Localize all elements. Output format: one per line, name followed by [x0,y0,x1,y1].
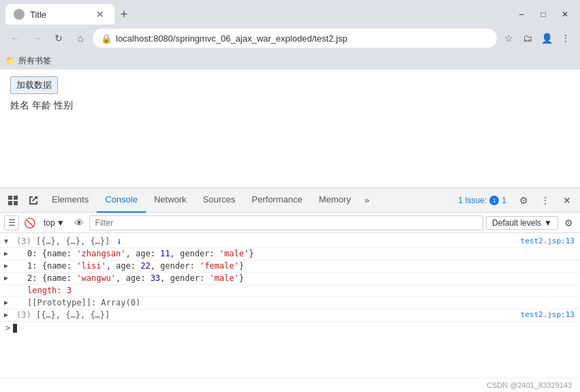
tab-bar: Title ✕ + [5,4,509,25]
console-text-2: (3) [{…}, {…}, {…}] [16,310,110,320]
tab-elements[interactable]: Elements [44,188,97,213]
expand-arrow-c0[interactable]: ▶ [4,250,8,257]
log-levels-dropdown[interactable]: Default levels ▼ [486,216,558,230]
console-text-c0: 0: {name: 'zhangsan', age: 11, gender: '… [27,249,254,258]
clear-console-button[interactable]: 🚫 [22,215,37,230]
window-controls: – □ ✕ [512,5,575,24]
live-expressions-icon[interactable]: 👁 [72,215,87,230]
levels-label: Default levels [492,218,541,228]
table-header-label: 姓名 年龄 性别 [10,100,570,112]
devtools-more-icon[interactable]: ⋮ [535,190,555,211]
console-text-c2: 2: {name: 'wangwu', age: 33, gender: 'ma… [27,273,244,283]
console-child-length: length: 3 [0,285,580,297]
console-settings-icon[interactable]: ⚙ [561,215,576,230]
address-input[interactable]: 🔒 localhost:8080/springmvc_06_ajax_war_e… [93,29,497,48]
expand-arrow-2[interactable]: ▶ [4,311,8,318]
tab-performance[interactable]: Performance [243,188,310,213]
address-actions: ☆ 🗂 👤 ⋮ [500,29,575,47]
console-input-line: > [0,322,580,334]
context-selector[interactable]: top ▼ [40,217,69,229]
maximize-button[interactable]: □ [534,5,553,24]
console-toolbar: ☰ 🚫 top ▼ 👁 Default levels ▼ ⚙ [0,213,580,233]
console-child-1: ▶ 1: {name: 'lisi', age: 22, gender: 'fe… [0,260,580,273]
svg-rect-0 [8,196,12,200]
new-tab-button[interactable]: + [115,5,134,24]
issues-badge[interactable]: 1 Issue: 1 1 [453,194,512,207]
devtools-panel: Elements Console Network Sources Perform… [0,187,580,392]
active-tab[interactable]: Title ✕ [5,4,115,25]
bookmarks-folder-icon: 📁 [5,56,16,65]
tab-close-button[interactable]: ✕ [94,8,106,20]
forward-button[interactable]: → [27,29,46,48]
text-cursor [13,324,17,333]
home-button[interactable]: ⌂ [71,29,90,48]
console-child-0: ▶ 0: {name: 'zhangsan', age: 11, gender:… [0,248,580,260]
console-output: ▼ (3) [{…}, {…}, {…}] ℹ test2.jsp:13 ▶ 0… [0,233,580,378]
devtools-close-icon[interactable]: ✕ [557,190,577,211]
console-sidebar-toggle[interactable]: ☰ [4,215,19,230]
context-label: top [44,218,55,228]
watermark: CSDN @2401_83329143 [0,378,580,392]
svg-rect-3 [14,201,18,205]
url-text: localhost:8080/springmvc_06_ajax_war_exp… [116,33,489,44]
console-text-c1: 1: {name: 'lisi', age: 22, gender: 'fema… [27,261,244,271]
expand-arrow-1[interactable]: ▼ [4,237,8,245]
tab-sources[interactable]: Sources [195,188,244,213]
tab-title: Title [30,10,89,20]
console-text-proto: [[Prototype]]: Array(0) [27,298,140,307]
devtools-toggle-icon[interactable] [3,190,23,211]
extensions-icon[interactable]: 👤 [538,29,555,47]
expand-arrow-proto[interactable]: ▶ [4,299,8,306]
inspect-element-icon[interactable] [23,190,44,211]
levels-arrow-icon: ▼ [544,218,552,228]
tab-search-icon[interactable]: 🗂 [519,29,536,47]
bookmarks-bar: 📁 所有书签 [0,52,580,70]
line-source-1[interactable]: test2.jsp:13 [514,237,575,245]
bookmark-star-icon[interactable]: ☆ [500,29,517,47]
line-source-2[interactable]: test2.jsp:13 [514,310,575,319]
tab-memory[interactable]: Memory [311,188,359,213]
devtools-right-actions: 1 Issue: 1 1 ⚙ ⋮ ✕ [453,190,577,211]
minimize-button[interactable]: – [512,5,531,24]
page-content: 加载数据 姓名 年龄 性别 [0,70,580,187]
svg-rect-2 [8,201,12,205]
menu-icon[interactable]: ⋮ [557,29,575,47]
console-filter-input[interactable] [89,215,483,230]
input-prompt: > [5,323,10,333]
expand-arrow-c1[interactable]: ▶ [4,262,8,269]
context-arrow-icon: ▼ [57,218,65,228]
tab-favicon [14,9,25,20]
console-child-2: ▶ 2: {name: 'wangwu', age: 33, gender: '… [0,273,580,285]
console-child-proto: ▶ [[Prototype]]: Array(0) [0,297,580,310]
expand-arrow-c2[interactable]: ▶ [4,274,8,282]
console-line-2: ▶ (3) [{…}, {…}, {…}] test2.jsp:13 [0,310,580,322]
address-bar: ← → ↻ ⌂ 🔒 localhost:8080/springmvc_06_aj… [0,25,580,52]
tab-network[interactable]: Network [146,188,195,213]
console-line-1: ▼ (3) [{…}, {…}, {…}] ℹ test2.jsp:13 [0,236,580,248]
devtools-settings-icon[interactable]: ⚙ [513,190,534,211]
issues-count-icon: 1 [489,196,499,205]
console-text-1: (3) [{…}, {…}, {…}] ℹ [16,237,121,246]
load-data-button[interactable]: 加载数据 [10,76,58,94]
bookmarks-label: 所有书签 [18,55,51,67]
console-text-length: length: 3 [27,286,72,295]
info-icon-1[interactable]: ℹ [118,238,121,245]
browser-chrome: Title ✕ + – □ ✕ ← → ↻ ⌂ 🔒 localhost:8080… [0,0,580,70]
reload-button[interactable]: ↻ [49,29,68,48]
svg-rect-1 [14,196,18,200]
more-tabs-button[interactable]: » [359,188,375,213]
devtools-tab-bar: Elements Console Network Sources Perform… [0,188,580,213]
issues-label: 1 Issue: [458,196,487,205]
close-button[interactable]: ✕ [555,5,575,24]
back-button[interactable]: ← [5,29,25,48]
title-bar: Title ✕ + – □ ✕ [0,0,580,25]
tab-console[interactable]: Console [97,188,146,213]
